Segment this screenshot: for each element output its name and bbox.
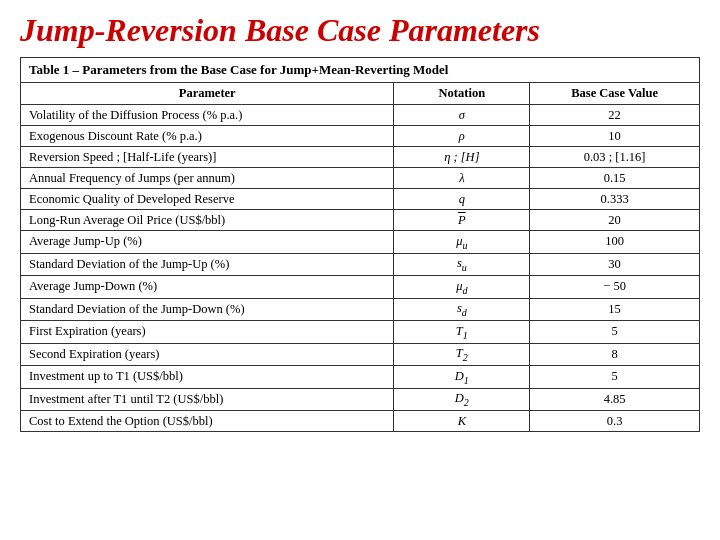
param-cell: Standard Deviation of the Jump-Up (%) (21, 253, 394, 276)
value-cell: 0.15 (530, 168, 700, 189)
param-cell: Investment after T1 until T2 (US$/bbl) (21, 388, 394, 411)
notation-cell: μu (394, 231, 530, 254)
value-cell: 5 (530, 366, 700, 389)
table-row: Reversion Speed ; [Half-Life (years)]η ;… (21, 147, 700, 168)
param-cell: Exogenous Discount Rate (% p.a.) (21, 126, 394, 147)
table-body: Volatility of the Diffusion Process (% p… (21, 105, 700, 432)
value-cell: 10 (530, 126, 700, 147)
value-cell: 4.85 (530, 388, 700, 411)
param-cell: Economic Quality of Developed Reserve (21, 189, 394, 210)
table-row: Second Expiration (years)T28 (21, 343, 700, 366)
table-row: Investment up to T1 (US$/bbl)D15 (21, 366, 700, 389)
notation-cell: σ (394, 105, 530, 126)
notation-cell: sd (394, 298, 530, 321)
table-caption: Table 1 – Parameters from the Base Case … (20, 57, 700, 82)
param-cell: Standard Deviation of the Jump-Down (%) (21, 298, 394, 321)
notation-cell: P (394, 210, 530, 231)
notation-cell: λ (394, 168, 530, 189)
notation-cell: K (394, 411, 530, 432)
table-row: Standard Deviation of the Jump-Up (%)su3… (21, 253, 700, 276)
value-cell: 5 (530, 321, 700, 344)
table-row: Economic Quality of Developed Reserveq0.… (21, 189, 700, 210)
notation-cell: ρ (394, 126, 530, 147)
value-cell: − 50 (530, 276, 700, 299)
table-row: Average Jump-Down (%)μd− 50 (21, 276, 700, 299)
value-cell: 100 (530, 231, 700, 254)
notation-cell: T2 (394, 343, 530, 366)
value-cell: 15 (530, 298, 700, 321)
table-row: Annual Frequency of Jumps (per annum)λ0.… (21, 168, 700, 189)
param-cell: First Expiration (years) (21, 321, 394, 344)
table-header-row: Parameter Notation Base Case Value (21, 83, 700, 105)
table-container: Table 1 – Parameters from the Base Case … (0, 57, 720, 432)
header-value: Base Case Value (530, 83, 700, 105)
value-cell: 0.333 (530, 189, 700, 210)
notation-cell: η ; [H] (394, 147, 530, 168)
notation-cell: q (394, 189, 530, 210)
page-title: Jump-Reversion Base Case Parameters (0, 0, 720, 57)
table-row: Average Jump-Up (%)μu100 (21, 231, 700, 254)
param-cell: Reversion Speed ; [Half-Life (years)] (21, 147, 394, 168)
table-row: Volatility of the Diffusion Process (% p… (21, 105, 700, 126)
value-cell: 30 (530, 253, 700, 276)
param-cell: Volatility of the Diffusion Process (% p… (21, 105, 394, 126)
parameters-table: Table 1 – Parameters from the Base Case … (20, 57, 700, 432)
notation-cell: D1 (394, 366, 530, 389)
param-cell: Average Jump-Up (%) (21, 231, 394, 254)
table-row: Long-Run Average Oil Price (US$/bbl)P20 (21, 210, 700, 231)
header-parameter: Parameter (21, 83, 394, 105)
table-row: Investment after T1 until T2 (US$/bbl)D2… (21, 388, 700, 411)
param-cell: Annual Frequency of Jumps (per annum) (21, 168, 394, 189)
param-cell: Cost to Extend the Option (US$/bbl) (21, 411, 394, 432)
notation-cell: su (394, 253, 530, 276)
value-cell: 0.03 ; [1.16] (530, 147, 700, 168)
header-notation: Notation (394, 83, 530, 105)
value-cell: 8 (530, 343, 700, 366)
param-cell: Average Jump-Down (%) (21, 276, 394, 299)
param-cell: Investment up to T1 (US$/bbl) (21, 366, 394, 389)
value-cell: 20 (530, 210, 700, 231)
notation-cell: μd (394, 276, 530, 299)
table-row: Exogenous Discount Rate (% p.a.)ρ10 (21, 126, 700, 147)
notation-cell: T1 (394, 321, 530, 344)
param-cell: Long-Run Average Oil Price (US$/bbl) (21, 210, 394, 231)
param-cell: Second Expiration (years) (21, 343, 394, 366)
table-row: Cost to Extend the Option (US$/bbl)K0.3 (21, 411, 700, 432)
value-cell: 22 (530, 105, 700, 126)
notation-cell: D2 (394, 388, 530, 411)
value-cell: 0.3 (530, 411, 700, 432)
table-row: First Expiration (years)T15 (21, 321, 700, 344)
table-row: Standard Deviation of the Jump-Down (%)s… (21, 298, 700, 321)
